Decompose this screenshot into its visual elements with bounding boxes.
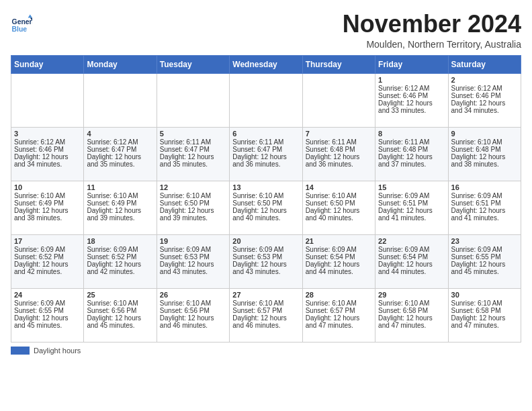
cell-text: Sunrise: 6:10 AM — [306, 192, 372, 199]
cell-text: Sunrise: 6:12 AM — [451, 85, 518, 92]
cell-text: Daylight: 12 hours and 34 minutes. — [451, 99, 518, 114]
cell-text: Daylight: 12 hours and 38 minutes. — [14, 207, 81, 222]
page-header: General Blue November 2024 Moulden, Nort… — [11, 11, 521, 50]
calendar-week-row: 24Sunrise: 6:09 AMSunset: 6:55 PMDayligh… — [11, 288, 521, 342]
day-number: 24 — [14, 291, 81, 299]
day-number: 7 — [306, 130, 372, 138]
legend-label: Daylight hours — [34, 347, 81, 355]
cell-text: Daylight: 12 hours and 33 minutes. — [378, 99, 445, 114]
calendar-cell — [84, 73, 157, 127]
calendar-table: SundayMondayTuesdayWednesdayThursdayFrid… — [11, 55, 521, 342]
cell-text: Sunrise: 6:09 AM — [232, 246, 299, 253]
cell-text: Sunset: 6:54 PM — [378, 253, 445, 261]
calendar-cell: 22Sunrise: 6:09 AMSunset: 6:54 PMDayligh… — [375, 234, 448, 288]
cell-text: Sunrise: 6:09 AM — [451, 192, 518, 199]
cell-text: Sunset: 6:51 PM — [378, 199, 445, 207]
calendar-cell: 14Sunrise: 6:10 AMSunset: 6:50 PMDayligh… — [302, 181, 375, 234]
day-number: 6 — [232, 130, 299, 138]
calendar-cell — [157, 73, 229, 127]
cell-text: Sunset: 6:46 PM — [14, 146, 81, 153]
cell-text: Daylight: 12 hours and 42 minutes. — [87, 261, 153, 275]
cell-text: Sunset: 6:50 PM — [232, 199, 299, 207]
cell-text: Sunset: 6:51 PM — [451, 199, 518, 207]
cell-text: Sunrise: 6:11 AM — [160, 138, 226, 146]
calendar-cell — [11, 73, 84, 127]
day-number: 3 — [14, 130, 81, 138]
cell-text: Daylight: 12 hours and 45 minutes. — [451, 261, 518, 275]
cell-text: Sunset: 6:46 PM — [378, 92, 445, 99]
calendar-cell: 4Sunrise: 6:12 AMSunset: 6:47 PMDaylight… — [84, 127, 157, 181]
calendar-cell: 7Sunrise: 6:11 AMSunset: 6:48 PMDaylight… — [302, 127, 375, 181]
calendar-cell: 10Sunrise: 6:10 AMSunset: 6:49 PMDayligh… — [11, 181, 84, 234]
calendar-week-row: 1Sunrise: 6:12 AMSunset: 6:46 PMDaylight… — [11, 73, 521, 127]
cell-text: Sunrise: 6:11 AM — [306, 138, 372, 146]
calendar-cell: 17Sunrise: 6:09 AMSunset: 6:52 PMDayligh… — [11, 234, 84, 288]
day-number: 17 — [14, 237, 81, 245]
calendar-cell: 24Sunrise: 6:09 AMSunset: 6:55 PMDayligh… — [11, 288, 84, 342]
cell-text: Sunset: 6:53 PM — [232, 253, 299, 261]
day-number: 5 — [160, 130, 226, 138]
day-of-week-header: Friday — [375, 55, 448, 73]
calendar-cell: 25Sunrise: 6:10 AMSunset: 6:56 PMDayligh… — [84, 288, 157, 342]
day-number: 29 — [378, 291, 445, 299]
cell-text: Sunrise: 6:10 AM — [306, 300, 372, 307]
day-number: 9 — [451, 130, 518, 138]
cell-text: Sunset: 6:52 PM — [87, 253, 153, 261]
cell-text: Sunrise: 6:10 AM — [14, 192, 81, 199]
day-of-week-header: Wednesday — [230, 55, 302, 73]
day-number: 2 — [451, 76, 518, 84]
svg-marker-2 — [28, 15, 32, 18]
cell-text: Daylight: 12 hours and 35 minutes. — [87, 153, 153, 168]
day-number: 23 — [451, 237, 518, 245]
cell-text: Sunset: 6:48 PM — [378, 146, 445, 153]
logo: General Blue — [11, 13, 35, 35]
cell-text: Daylight: 12 hours and 46 minutes. — [160, 314, 226, 329]
cell-text: Sunrise: 6:09 AM — [306, 246, 372, 253]
cell-text: Sunrise: 6:09 AM — [160, 246, 226, 253]
cell-text: Sunset: 6:47 PM — [87, 146, 153, 153]
cell-text: Sunset: 6:47 PM — [232, 146, 299, 153]
legend: Daylight hours — [11, 347, 521, 355]
cell-text: Sunrise: 6:12 AM — [87, 138, 153, 146]
cell-text: Sunrise: 6:09 AM — [14, 300, 81, 307]
calendar-cell: 2Sunrise: 6:12 AMSunset: 6:46 PMDaylight… — [448, 73, 521, 127]
cell-text: Sunset: 6:53 PM — [160, 253, 226, 261]
calendar-cell — [302, 73, 375, 127]
cell-text: Daylight: 12 hours and 43 minutes. — [160, 261, 226, 275]
cell-text: Sunset: 6:58 PM — [451, 307, 518, 314]
cell-text: Daylight: 12 hours and 47 minutes. — [378, 314, 445, 329]
cell-text: Sunset: 6:57 PM — [306, 307, 372, 314]
cell-text: Sunrise: 6:09 AM — [378, 192, 445, 199]
day-of-week-header: Tuesday — [157, 55, 229, 73]
cell-text: Sunset: 6:49 PM — [87, 199, 153, 207]
cell-text: Sunrise: 6:09 AM — [14, 246, 81, 253]
cell-text: Sunrise: 6:10 AM — [451, 138, 518, 146]
day-number: 27 — [232, 291, 299, 299]
day-number: 14 — [306, 183, 372, 191]
calendar-cell: 19Sunrise: 6:09 AMSunset: 6:53 PMDayligh… — [157, 234, 229, 288]
cell-text: Daylight: 12 hours and 34 minutes. — [14, 153, 81, 168]
day-number: 10 — [14, 183, 81, 191]
cell-text: Daylight: 12 hours and 37 minutes. — [378, 153, 445, 168]
calendar-cell: 30Sunrise: 6:10 AMSunset: 6:58 PMDayligh… — [448, 288, 521, 342]
calendar-cell: 11Sunrise: 6:10 AMSunset: 6:49 PMDayligh… — [84, 181, 157, 234]
cell-text: Sunrise: 6:11 AM — [232, 138, 299, 146]
day-number: 20 — [232, 237, 299, 245]
calendar-cell: 5Sunrise: 6:11 AMSunset: 6:47 PMDaylight… — [157, 127, 229, 181]
cell-text: Daylight: 12 hours and 35 minutes. — [160, 153, 226, 168]
calendar-cell: 9Sunrise: 6:10 AMSunset: 6:48 PMDaylight… — [448, 127, 521, 181]
cell-text: Sunset: 6:55 PM — [451, 253, 518, 261]
day-number: 19 — [160, 237, 226, 245]
day-number: 15 — [378, 183, 445, 191]
cell-text: Sunrise: 6:10 AM — [232, 300, 299, 307]
calendar-cell: 27Sunrise: 6:10 AMSunset: 6:57 PMDayligh… — [230, 288, 302, 342]
cell-text: Sunrise: 6:10 AM — [451, 300, 518, 307]
calendar-cell: 21Sunrise: 6:09 AMSunset: 6:54 PMDayligh… — [302, 234, 375, 288]
logo-icon: General Blue — [11, 13, 32, 35]
day-number: 21 — [306, 237, 372, 245]
cell-text: Sunset: 6:52 PM — [14, 253, 81, 261]
cell-text: Daylight: 12 hours and 43 minutes. — [232, 261, 299, 275]
calendar-week-row: 10Sunrise: 6:10 AMSunset: 6:49 PMDayligh… — [11, 181, 521, 234]
calendar-cell: 16Sunrise: 6:09 AMSunset: 6:51 PMDayligh… — [448, 181, 521, 234]
cell-text: Daylight: 12 hours and 36 minutes. — [306, 153, 372, 168]
